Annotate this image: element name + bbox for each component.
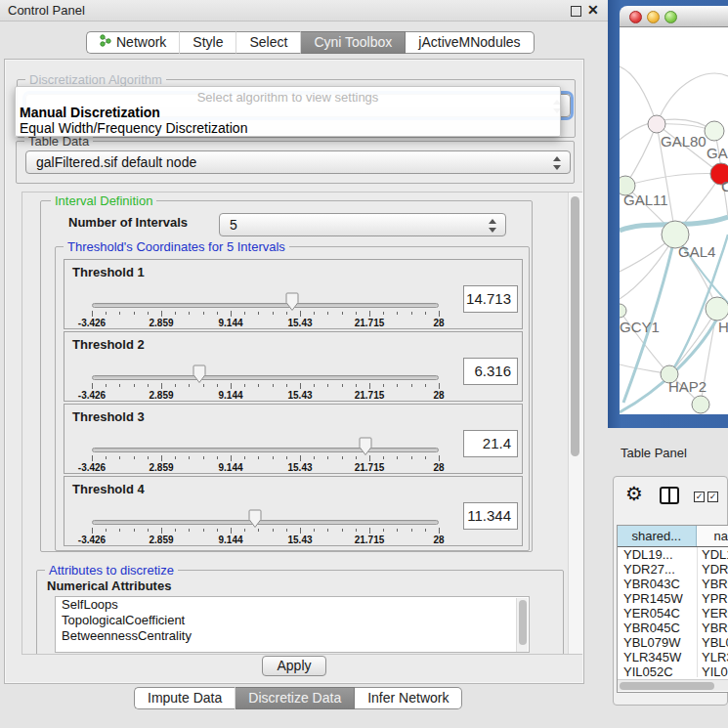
combo-stepper-icon[interactable] (489, 218, 497, 234)
slider-track[interactable] (92, 520, 439, 525)
interval-definition-group: Interval Definition Number of Intervals … (40, 200, 533, 552)
scrollbar-thumb[interactable] (519, 600, 527, 645)
threshold-panel-threshold-1: Threshold 1-3.4262.8599.14415.4321.71528… (64, 259, 523, 329)
network-node-gal80[interactable] (648, 115, 665, 133)
checkbox-icon[interactable]: ✓ (694, 492, 705, 502)
tab-infer-network[interactable]: Infer Network (355, 687, 462, 709)
tab-discretize-data[interactable]: Discretize Data (236, 687, 355, 709)
network-icon (100, 32, 111, 53)
threshold-value-field[interactable]: 11.344 (463, 502, 518, 530)
checkbox-icon[interactable]: ✓ (707, 492, 718, 502)
thresholds-group-label: Threshold's Coordinates for 5 Intervals (64, 239, 289, 254)
table-panel: ⚙ ✓ ✓ shared... na YDL19...YDL1YDR27...Y… (613, 476, 728, 706)
attributes-list-scrollbar[interactable] (516, 598, 528, 653)
node-label-gal4: GAL4 (678, 243, 715, 260)
tab-label: Infer Network (367, 688, 449, 708)
algorithm-option-manual-discretization[interactable]: Manual Discretization (20, 105, 160, 120)
zoom-traffic-light-icon[interactable] (664, 11, 677, 23)
close-traffic-light-icon[interactable] (629, 11, 642, 23)
table-hscrollbar[interactable] (618, 679, 728, 691)
table-rows: YDL19...YDL1YDR27...YDR2YBR043CYBR0YPR14… (618, 547, 728, 677)
network-node-gcy1[interactable] (620, 304, 626, 318)
algorithm-option-equal-width-frequency-discretization[interactable]: Equal Width/Frequency Discretization (20, 120, 247, 136)
tab-label: Network (116, 32, 166, 53)
tab-impute-data[interactable]: Impute Data (134, 687, 236, 709)
threshold-value-field[interactable]: 14.713 (463, 285, 518, 313)
attribute-item-betweennesscentrality[interactable]: BetweennessCentrality (56, 628, 529, 644)
number-of-intervals-combobox[interactable]: 5 (219, 213, 506, 236)
column-header-shared-name[interactable]: shared... (618, 526, 697, 546)
cell-shared-name: YIL052C (618, 664, 698, 677)
threshold-panel-threshold-4: Threshold 4-3.4262.8599.14415.4321.71528… (64, 476, 523, 546)
tab-label: Cyni Toolbox (314, 32, 392, 53)
slider-handle[interactable] (285, 292, 299, 312)
slider-handle[interactable] (359, 437, 372, 456)
attributes-group-label: Attributes to discretize (45, 563, 178, 578)
network-node-h[interactable] (706, 297, 728, 321)
node-label-ga: GA (707, 145, 728, 161)
tab-style[interactable]: Style (180, 31, 236, 54)
float-window-icon[interactable] (571, 6, 581, 17)
bottom-tab-bar: Impute DataDiscretize DataInfer Network (134, 687, 462, 709)
tab-label: Style (193, 32, 223, 53)
network-node-node[interactable] (692, 396, 709, 413)
table-row-ybl079w[interactable]: YBL079WYBL0 (618, 635, 728, 650)
table-row-yil052c[interactable]: YIL052CYIL0 (618, 664, 728, 677)
cell-name: YBR0 (698, 577, 728, 591)
cell-name: YLR3 (698, 650, 728, 664)
threshold-title: Threshold 1 (72, 265, 145, 279)
table-row-ybr043c[interactable]: YBR043CYBR0 (618, 577, 728, 591)
table-panel-title: Table Panel (621, 446, 687, 460)
close-icon[interactable]: ✕ (587, 2, 599, 18)
network-edge (620, 66, 657, 124)
slider-track[interactable] (92, 375, 439, 380)
threshold-value-field[interactable]: 6.316 (463, 358, 518, 385)
slider-track[interactable] (92, 448, 439, 452)
network-window-titlebar[interactable] (620, 6, 728, 27)
scrollbar-thumb[interactable] (571, 196, 579, 456)
tab-label: Impute Data (148, 688, 222, 708)
tab-cyni-toolbox[interactable]: Cyni Toolbox (301, 31, 406, 54)
table-row-ypr145w[interactable]: YPR145WYPR1 (618, 591, 728, 606)
threshold-title: Threshold 4 (72, 482, 145, 496)
number-of-intervals-value: 5 (230, 217, 237, 233)
tab-select[interactable]: Select (236, 31, 301, 54)
slider-handle[interactable] (193, 364, 206, 384)
column-header-name[interactable]: na (697, 526, 728, 546)
slider-handle[interactable] (248, 509, 262, 529)
attribute-item-topologicalcoefficient[interactable]: TopologicalCoefficient (56, 613, 529, 628)
slider-track[interactable] (92, 303, 439, 308)
network-canvas[interactable]: GAL80GACGAL11GAL4GCY1HHAP2 (620, 27, 728, 414)
table-row-ydr27[interactable]: YDR27...YDR2 (618, 562, 728, 577)
main-scrollbar[interactable] (568, 193, 582, 654)
gear-icon[interactable]: ⚙ (625, 482, 643, 505)
table-data-combobox[interactable]: galFiltered.sif default node (25, 150, 571, 174)
tab-label: jActiveMNodules (418, 32, 520, 53)
attribute-item-selfloops[interactable]: SelfLoops (56, 597, 529, 613)
cell-name: YIL0 (698, 664, 728, 677)
node-label-hap2: HAP2 (668, 378, 707, 395)
table-row-ylr345w[interactable]: YLR345WYLR3 (618, 650, 728, 664)
combo-stepper-icon[interactable] (553, 155, 562, 171)
tab-label: Select (249, 32, 287, 53)
top-tab-bar: NetworkStyleSelectCyni ToolboxjActiveMNo… (86, 31, 535, 54)
network-node-ga[interactable] (705, 121, 724, 141)
threshold-value-field[interactable]: 21.4 (463, 430, 518, 457)
apply-button[interactable]: Apply (262, 656, 326, 676)
table-row-ydl19[interactable]: YDL19...YDL1 (618, 547, 728, 562)
network-edge (625, 124, 657, 186)
node-label-gal80: GAL80 (661, 133, 707, 150)
network-view-window: GAL80GACGAL11GAL4GCY1HHAP2 (608, 0, 728, 428)
minimize-traffic-light-icon[interactable] (647, 11, 660, 23)
tab-network[interactable]: Network (86, 31, 180, 54)
table-row-yer054c[interactable]: YER054CYER0 (618, 606, 728, 621)
columns-icon[interactable] (660, 487, 679, 504)
discretization-algorithm-label: Discretization Algorithm (25, 72, 166, 87)
table-row-ybr045c[interactable]: YBR045CYBR0 (618, 621, 728, 635)
slider-scale-labels: -3.4262.8599.14415.4321.71528 (92, 462, 439, 473)
scrollbar-thumb[interactable] (620, 682, 714, 690)
threshold-title: Threshold 3 (72, 409, 145, 424)
tab-jactivemnodules[interactable]: jActiveMNodules (406, 31, 534, 54)
attributes-list[interactable]: SelfLoopsTopologicalCoefficientBetweenne… (55, 596, 530, 653)
threshold-panel-threshold-3: Threshold 3-3.4262.8599.14415.4321.71528… (64, 404, 523, 474)
